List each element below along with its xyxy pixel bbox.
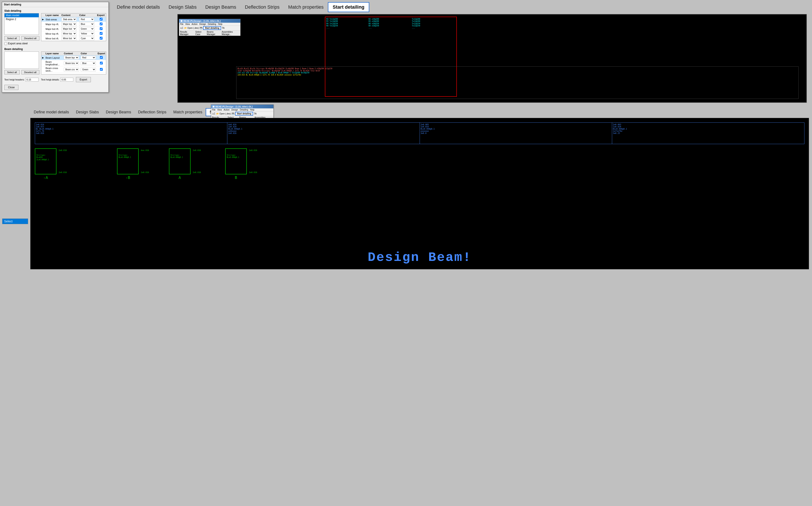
toolbar2-item-define-model[interactable]: Define model details [30, 109, 73, 116]
mini-toolbar-2-ta: TA [254, 112, 257, 115]
content-select[interactable]: Minor top rft. [62, 32, 77, 35]
table-row[interactable]: Beam longitudinal... Beam longitu... Blu… [41, 60, 106, 66]
mini-toolbar-lc[interactable]: .LC [180, 27, 183, 29]
export-checkbox[interactable] [100, 37, 102, 39]
mini-menu-2-detailing[interactable]: Detailing [240, 109, 248, 111]
mini-assemblies-manager[interactable]: Assemblies Manage... [222, 31, 240, 35]
mini-start-detailing-btn[interactable]: Start detailing [203, 26, 221, 30]
mini-menu-detailing[interactable]: Detailing [208, 23, 216, 25]
beam-model-listbox[interactable] [4, 52, 39, 69]
content-select[interactable]: Major bot rft. [62, 27, 77, 31]
color-select[interactable]: Green [81, 68, 96, 71]
export-checkbox[interactable] [100, 56, 103, 59]
color-select[interactable]: Blue [81, 62, 96, 65]
table-row[interactable]: Beam cross secti... Beam cross s... Gree… [41, 66, 106, 73]
mini-toolbar-save[interactable]: 💾 [200, 27, 202, 29]
export-button[interactable]: Export [76, 77, 91, 82]
mini-menu-2-file[interactable]: File [212, 109, 215, 111]
toolbar-item-deflection-strips[interactable]: Deflection Strips [241, 3, 284, 12]
cross-section-box-neg-b: 4∅∅.016 Stirrups:BL∅0.008@0.1 2∅0.016 [117, 148, 139, 174]
mini-results-manager[interactable]: Results Manager [180, 31, 194, 35]
slab-model-listbox[interactable]: Main model Region 2 [4, 13, 39, 35]
content-select[interactable]: Beam layout [64, 56, 79, 60]
content-select[interactable]: Major top rft. [62, 22, 77, 26]
top-rebar-b: 2∅0.016 [249, 149, 257, 152]
slab-model-item-main[interactable]: Main model [5, 13, 39, 17]
export-checkbox[interactable] [100, 27, 102, 30]
row-arrow: ▶ [41, 55, 45, 60]
mini-menu-2-help[interactable]: Help [250, 109, 254, 111]
table-row[interactable]: ▶ Slab areas Slab areas Red [41, 17, 106, 22]
mini-menu-action[interactable]: Action [192, 23, 198, 25]
mini-select-case[interactable]: Select Case [195, 31, 205, 35]
toolbar-item-match-properties[interactable]: Match properties [284, 3, 328, 12]
toolbar-item-start-detailing[interactable]: Start detailing [328, 2, 369, 12]
mini-toolbar-open[interactable]: 📂 Open (.des) [184, 27, 199, 29]
table-row[interactable]: ▶ Beam Layout Beam layout Red [41, 55, 106, 60]
export-checkbox[interactable] [100, 22, 102, 25]
mini-menu-view[interactable]: View [185, 23, 190, 25]
mini-toolbar-2-lc[interactable]: .LC [212, 112, 215, 115]
beam-select-all-button[interactable]: Select all [4, 70, 20, 74]
toolbar-item-design-slabs[interactable]: Design Slabs [164, 3, 201, 12]
color-select[interactable]: Yellow [79, 32, 94, 35]
mini-app-2-icon: ▣ [212, 105, 214, 108]
mini-toolbar-2-save[interactable]: 💾 [232, 112, 234, 115]
toolbar2-item-design-slabs[interactable]: Design Slabs [73, 109, 102, 116]
toolbar-item-define-model[interactable]: Define model details [112, 3, 164, 12]
mini-menu-2-design[interactable]: Design [231, 109, 238, 111]
col-color-beam: Color [80, 52, 97, 55]
table-row[interactable]: Major bot rft. Major bot rft. Green [41, 27, 106, 31]
mini-menu-file[interactable]: File [180, 23, 183, 25]
section-label-a: A [169, 175, 191, 180]
mini-menu-2-action[interactable]: Action [223, 109, 230, 111]
export-area-steel-checkbox[interactable] [4, 42, 7, 45]
color-select[interactable]: Red [81, 56, 96, 60]
mini-toolbar-ta: TA [222, 27, 224, 29]
row-arrow: ▶ [41, 17, 45, 22]
export-checkbox[interactable] [100, 32, 102, 35]
layer-name-cell: Beam cross secti... [45, 66, 63, 73]
table-row[interactable]: Minor bot rft. Minor bot rft. Cyan [41, 36, 106, 41]
mini-beams-manager[interactable]: Beams Manager [207, 31, 220, 35]
toolbar2-item-deflection-strips[interactable]: Deflection Strips [134, 109, 170, 116]
mini-start-detailing-btn-2[interactable]: Start detailing [235, 112, 253, 115]
export-checkbox[interactable] [100, 18, 102, 20]
slab-detail-content-2: B3 ∅10@200B3 ∅10@200B4 ∅10@250B4 ∅10@250… [369, 18, 379, 29]
slab-model-item-region2[interactable]: Region 2 [5, 17, 39, 21]
beam-col-4: 2∅0.0031∅0.020BL∅0.008@0.11∅71∅70∅3∅0.25 [612, 123, 804, 144]
color-select[interactable]: Green [79, 27, 94, 31]
toolbar-item-design-beams[interactable]: Design Beams [201, 3, 241, 12]
content-select[interactable]: Minor bot rft. [62, 36, 77, 40]
slab-select-all-button[interactable]: Select all [4, 36, 20, 40]
table-row[interactable]: Minor top rft. Minor top rft. Yellow [41, 31, 106, 36]
layer-name-cell: Beam longitudinal... [45, 60, 63, 66]
slab-deselect-all-button[interactable]: Deselect all [21, 36, 39, 40]
content-select[interactable]: Beam cross s... [64, 68, 79, 71]
design-beam-label: Design Beam! [368, 250, 471, 265]
mini-toolbar-2-open[interactable]: 📂 Open (.des) [216, 112, 231, 115]
beam-deselect-all-button[interactable]: Deselect all [21, 70, 39, 74]
close-button[interactable]: Close [4, 85, 18, 90]
color-select[interactable]: Cyan [79, 36, 94, 40]
mini-menu-design[interactable]: Design [199, 23, 206, 25]
mini-menu-help[interactable]: Help [218, 23, 222, 25]
table-row[interactable]: Major top rft. Major top rft. Blue [41, 22, 106, 27]
stirrups-a: Stirrups:BL∅0.008@0.1 [170, 154, 183, 159]
mini-menu-2-view[interactable]: View [217, 109, 222, 111]
toolbar2-item-design-beams[interactable]: Design Beams [102, 109, 134, 116]
export-checkbox[interactable] [100, 68, 103, 71]
color-select[interactable]: Red [79, 17, 94, 21]
toolbar2-item-match-properties[interactable]: Match properties [170, 109, 206, 116]
color-select[interactable]: Blue [79, 22, 94, 26]
text-height-headers-input[interactable]: 0.15 [25, 78, 38, 82]
stirrups-neg-b: Stirrups:BL∅0.008@0.1 [118, 154, 131, 159]
select-panel-item[interactable]: Select [2, 219, 28, 224]
cross-section-box-a: 2∅0.016 Stirrups:BL∅0.008@0.1 2∅0.016 [169, 148, 191, 174]
text-height-headers-label: Text heigt-headers: [4, 78, 25, 81]
export-checkbox[interactable] [100, 62, 103, 65]
content-select[interactable]: Beam longitu... [64, 62, 79, 65]
text-height-details-input[interactable]: 0.05 [60, 78, 73, 82]
col-export: Export [96, 13, 106, 17]
content-select[interactable]: Slab areas [62, 17, 77, 21]
